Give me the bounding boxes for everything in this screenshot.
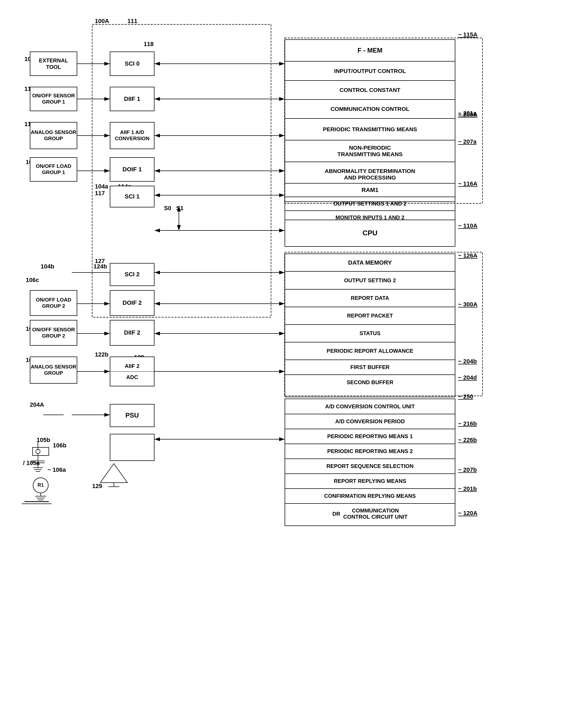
on-off-load-g2-box: ON/OFF LOADGROUP 2 [30, 290, 77, 316]
psu-box: PSU [110, 404, 155, 427]
label-s0: S0 [164, 205, 171, 212]
label-120A: ~ 120A [458, 510, 478, 517]
label-106c: 106c [26, 277, 39, 284]
doif1-box: DOIF 1 [110, 157, 155, 182]
label-250: ~ 250 [458, 393, 473, 400]
on-off-sensor-g1-box: ON/OFF SENSORGROUP 1 [30, 87, 77, 111]
label-111: 111 [127, 18, 137, 25]
label-117: 117 [95, 190, 105, 197]
label-226b: ~ 226b [458, 437, 477, 444]
label-122b: 122b [95, 351, 108, 358]
comm-box [110, 434, 155, 461]
doif2-box: DOIF 2 [110, 290, 155, 316]
label-204d: ~ 204d [458, 374, 477, 381]
label-126A: ~ 126A [458, 252, 478, 259]
label-204b: ~ 204b [458, 358, 477, 365]
sci2-box: SCI 2 [110, 263, 155, 286]
fmem-group: F - MEM INPUT/OUTPUT CONTROL CONTROL CON… [285, 39, 455, 202]
sci1-box: SCI 1 [110, 186, 155, 207]
label-204A: 204A [30, 401, 44, 408]
label-201a: ~ 201a [458, 110, 477, 117]
label-115A: ~ 115A [458, 31, 478, 38]
label-124b: 124b [93, 263, 107, 270]
label-216b: ~ 216b [458, 420, 477, 427]
diagram: 100A 111 118 ~ 115A ~ 200A 101 ~ 112a ~ … [16, 16, 553, 710]
bottom-group: A/D CONVERSION CONTROL UNIT A/D CONVERSI… [285, 399, 455, 526]
label-104b: 104b [41, 263, 54, 270]
label-110A: ~ 110A [458, 222, 478, 229]
label-118: 118 [144, 41, 154, 48]
label-300A: ~ 300A [458, 301, 478, 308]
analog-sensor-g2-box: ANALOG SENSORGROUP [30, 356, 77, 384]
aiif2-box: AIIF 2 ADC [110, 356, 155, 387]
external-tool-box: EXTERNALTOOL [30, 51, 77, 76]
cpu-box: CPU [285, 220, 455, 247]
analog-sensor-g1-box: ANALOG SENSORGROUP [30, 122, 77, 149]
label-207a: ~ 207a [458, 138, 477, 145]
on-off-sensor-g2-box: ON/OFF SENSORGROUP 2 [30, 320, 77, 346]
svg-text:R1: R1 [37, 482, 44, 488]
on-off-load-g1-box: ON/OFF LOADGROUP 1 [30, 157, 77, 182]
label-100A: 100A [95, 18, 109, 25]
aiif1-box: AIIF 1 A/DCONVERSION [110, 122, 155, 149]
diif2-box: DIIF 2 [110, 320, 155, 346]
diif1-box: DIIF 1 [110, 87, 155, 111]
label-116A: ~ 116A [458, 180, 478, 187]
label-201b: ~ 201b [458, 485, 477, 492]
label-s1: S1 [176, 205, 184, 212]
sci0-box: SCI 0 [110, 51, 155, 76]
dmem-group: DATA MEMORY OUTPUT SETTING 2 REPORT DATA… [285, 253, 455, 397]
label-104a: 104a [95, 183, 108, 190]
label-207b: ~ 207b [458, 466, 477, 473]
svg-marker-48 [100, 464, 127, 483]
